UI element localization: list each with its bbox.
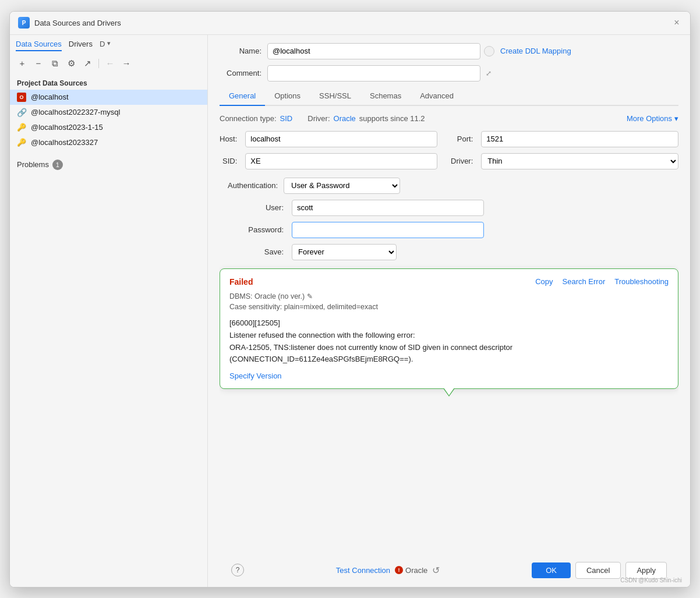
troubleshooting-link[interactable]: Troubleshooting <box>614 277 669 286</box>
dialog-title: Data Sources and Drivers <box>34 19 121 27</box>
copy-button[interactable]: ⧉ <box>48 57 61 70</box>
settings-button[interactable]: ⚙ <box>65 57 77 70</box>
comment-row: Comment: ⤢ <box>220 65 678 82</box>
tab-advanced[interactable]: Advanced <box>411 87 463 106</box>
driver-value-link[interactable]: Oracle <box>334 114 356 123</box>
comment-expand-icon[interactable]: ⤢ <box>483 68 494 79</box>
nav-back-button[interactable]: ← <box>104 57 116 70</box>
user-input[interactable] <box>292 200 484 216</box>
sidebar-dropdown-icon[interactable]: ▾ <box>107 40 111 51</box>
bottom-left-help: ? <box>231 564 244 576</box>
comment-label: Comment: <box>220 69 261 77</box>
tab-drivers[interactable]: Drivers <box>69 40 93 51</box>
name-status-indicator <box>484 46 494 56</box>
save-select[interactable]: Forever For Session Never <box>292 244 397 260</box>
sid-label: SID: <box>220 157 237 165</box>
failed-label: Failed <box>229 277 253 286</box>
driver-select[interactable]: Thin OCI <box>481 153 678 169</box>
section-header: Project Data Sources <box>10 76 207 90</box>
save-section: Save: Forever For Session Never <box>220 244 678 260</box>
problems-badge: 1 <box>52 160 63 170</box>
host-input[interactable] <box>245 131 437 147</box>
dialog-buttons: OK Cancel Apply <box>532 562 667 579</box>
ok-button[interactable]: OK <box>532 562 571 578</box>
save-label: Save: <box>220 247 284 256</box>
sidebar-toolbar: + − ⧉ ⚙ ↗ ← → <box>10 55 207 72</box>
driver-label: Driver: <box>307 114 330 123</box>
name-label: Name: <box>220 47 261 55</box>
search-error-link[interactable]: Search Error <box>563 277 606 286</box>
sidebar-item-name-localhost: @localhost <box>31 93 69 101</box>
name-row: Name: Create DDL Mapping <box>220 43 678 59</box>
create-ddl-link[interactable]: Create DDL Mapping <box>500 47 571 55</box>
error-popup: Failed Copy Search Error Troubleshooting… <box>220 268 678 390</box>
tab-d[interactable]: D <box>100 40 105 51</box>
password-input[interactable] <box>292 222 484 238</box>
title-bar-left: P Data Sources and Drivers <box>18 17 121 29</box>
sidebar-item-oracle-1-15[interactable]: 🔑 @localhost2023-1-15 <box>10 120 207 135</box>
sidebar-item-mysql[interactable]: 🔗 @localhost2022327-mysql <box>10 105 207 120</box>
driver-field-label: Driver: <box>451 157 473 165</box>
name-input[interactable] <box>267 43 480 59</box>
error-line1: Listener refused the connection with the… <box>229 330 669 342</box>
fields-grid: Host: Port: SID: Driver: Thin OCI <box>220 131 678 169</box>
close-button[interactable]: × <box>671 17 682 28</box>
problems-label: Problems <box>17 160 49 169</box>
auth-row: Authentication: User & Password No Auth … <box>220 178 678 194</box>
comment-input-wrap: ⤢ <box>267 65 494 82</box>
main-content: Data Sources Drivers D ▾ + − ⧉ ⚙ ↗ ← → P… <box>10 35 690 587</box>
error-popup-header: Failed Copy Search Error Troubleshooting <box>229 277 669 286</box>
name-input-wrap <box>267 43 494 59</box>
tab-options[interactable]: Options <box>265 87 310 106</box>
refresh-button[interactable]: ↺ <box>432 565 440 576</box>
remove-button[interactable]: − <box>32 57 45 70</box>
more-options-chevron-icon: ▾ <box>674 114 678 123</box>
error-code-line: [66000][12505] <box>229 317 669 330</box>
test-connection-status: ! Oracle <box>395 566 427 575</box>
test-connection-link[interactable]: Test Connection <box>336 566 390 575</box>
sidebar-item-localhost[interactable]: O @localhost <box>10 90 207 105</box>
nav-forward-button[interactable]: → <box>120 57 133 70</box>
tab-general[interactable]: General <box>220 87 265 106</box>
help-button[interactable]: ? <box>231 564 244 576</box>
add-button[interactable]: + <box>16 57 29 70</box>
sidebar-item-oracle-2023[interactable]: 🔑 @localhost2023327 <box>10 135 207 150</box>
right-panel-inner: Connection type: SID Driver: Oracle supp… <box>220 114 678 556</box>
tab-schemas[interactable]: Schemas <box>360 87 411 106</box>
dialog-window: P Data Sources and Drivers × Data Source… <box>9 11 691 588</box>
port-label: Port: <box>451 135 473 143</box>
sidebar-tabs: Data Sources Drivers D ▾ <box>10 40 207 51</box>
oracle-red-icon: O <box>17 93 26 102</box>
host-label: Host: <box>220 135 237 143</box>
specify-version-link[interactable]: Specify Version <box>229 371 282 380</box>
watermark: CSDN @Kudo Shin-ichi <box>620 577 682 583</box>
cancel-button[interactable]: Cancel <box>575 562 621 579</box>
mysql-icon: 🔗 <box>17 108 26 117</box>
tabs-bar: General Options SSH/SSL Schemas Advanced <box>220 87 678 106</box>
tab-data-sources[interactable]: Data Sources <box>16 40 62 51</box>
copy-link[interactable]: Copy <box>535 277 553 286</box>
oracle-key2-icon: 🔑 <box>17 138 26 147</box>
sidebar-item-name-oracle-1-15: @localhost2023-1-15 <box>31 123 103 132</box>
test-status-label: Oracle <box>405 566 427 575</box>
error-line3: (CONNECTION_ID=611Ze4eaSPGfsBEjmE8RGQ==)… <box>229 353 669 366</box>
port-input[interactable] <box>481 131 678 147</box>
password-label: Password: <box>220 225 284 234</box>
dbms-line: DBMS: Oracle (no ver.) ✎ <box>229 291 669 302</box>
right-panel: Name: Create DDL Mapping Comment: ⤢ Gene… <box>208 35 690 587</box>
export-button[interactable]: ↗ <box>81 57 94 70</box>
more-options-button[interactable]: More Options ▾ <box>627 114 678 123</box>
title-bar: P Data Sources and Drivers × <box>10 12 690 35</box>
toolbar-separator <box>98 59 99 68</box>
comment-input[interactable] <box>267 65 480 82</box>
sidebar-item-name-mysql: @localhost2022327-mysql <box>31 108 120 116</box>
tab-ssh-ssl[interactable]: SSH/SSL <box>310 87 360 106</box>
sid-input[interactable] <box>245 153 437 169</box>
auth-label: Authentication: <box>220 181 278 190</box>
apply-button[interactable]: Apply <box>625 562 667 579</box>
conn-type-value[interactable]: SID <box>280 114 293 123</box>
problems-section: Problems 1 <box>10 155 207 175</box>
auth-select[interactable]: User & Password No Auth LDAP <box>284 178 400 194</box>
driver-since: supports since 11.2 <box>359 114 425 123</box>
user-label: User: <box>220 203 284 212</box>
